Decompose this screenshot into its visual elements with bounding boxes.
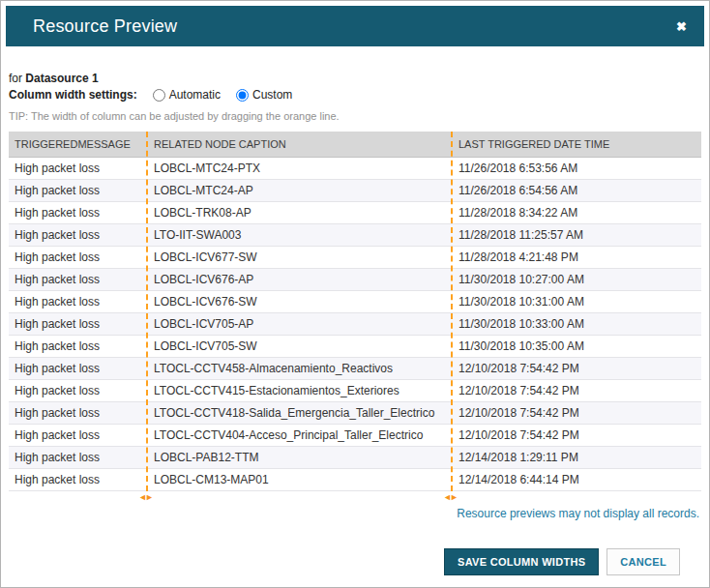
table-cell: LOBCL-CM13-MAP01 [148, 469, 453, 491]
preview-table-wrap: TRIGGEREDMESSAGE RELATED NODE CAPTION LA… [9, 132, 701, 491]
radio-automatic-label: Automatic [169, 88, 221, 102]
column-header-triggeredmessage: TRIGGEREDMESSAGE [9, 132, 148, 158]
column-divider-line[interactable] [146, 132, 148, 491]
table-row: High packet lossLOBCL-PAB12-TTM12/14/201… [9, 447, 701, 469]
modal-body: for Datasource 1 Column width settings: … [1, 72, 709, 520]
table-cell: High packet loss [9, 402, 148, 425]
table-row: High packet lossLTOCL-CCTV404-Acceso_Pri… [9, 425, 701, 447]
cancel-button[interactable]: CANCEL [606, 548, 680, 575]
table-cell: 11/28/2018 8:34:22 AM [453, 202, 701, 224]
table-cell: High packet loss [9, 313, 148, 336]
table-cell: High packet loss [9, 224, 148, 247]
table-cell: High packet loss [9, 336, 148, 358]
table-cell: 11/28/2018 4:21:48 PM [453, 247, 701, 269]
column-divider-line[interactable] [451, 132, 453, 491]
table-cell: 12/10/2018 7:54:42 PM [453, 380, 701, 402]
table-cell: LOBCL-ICV705-AP [148, 313, 453, 336]
tip-text: TIP: The width of column can be adjusted… [9, 110, 701, 122]
table-cell: 12/10/2018 7:54:42 PM [453, 425, 701, 447]
table-cell: High packet loss [9, 447, 148, 469]
table-row: High packet lossLOBCL-ICV676-AP11/30/201… [9, 269, 701, 291]
table-cell: LOBCL-ICV676-AP [148, 269, 453, 291]
datasource-line: for Datasource 1 [9, 72, 701, 85]
preview-table: TRIGGEREDMESSAGE RELATED NODE CAPTION LA… [9, 132, 701, 491]
table-cell: LTOCL-CCTV418-Salida_Emergencia_Taller_E… [148, 402, 453, 425]
records-note: Resource previews may not display all re… [9, 507, 701, 520]
table-row: High packet lossLOBCL-ICV677-SW11/28/201… [9, 247, 701, 269]
table-cell: LTOCL-CCTV458-Almacenamiento_Reactivos [148, 358, 453, 380]
table-row: High packet lossLOBCL-MTC24-PTX11/26/201… [9, 158, 701, 180]
table-row: High packet lossLOBCL-TRK08-AP11/28/2018… [9, 202, 701, 224]
table-row: High packet lossLTOCL-CCTV418-Salida_Eme… [9, 402, 701, 425]
table-cell: LTOCL-CCTV415-Estacionamientos_Exteriore… [148, 380, 453, 402]
table-cell: High packet loss [9, 202, 148, 224]
table-cell: High packet loss [9, 425, 148, 447]
column-width-settings: Column width settings: Automatic Custom [9, 88, 701, 102]
table-row: High packet lossLTO-IIT-SWA00311/28/2018… [9, 224, 701, 247]
table-cell: 11/26/2018 6:53:56 AM [453, 158, 701, 180]
for-label: for [9, 72, 22, 85]
resource-preview-modal: Resource Preview ✖ for Datasource 1 Colu… [0, 0, 710, 588]
table-cell: 12/14/2018 6:44:14 PM [453, 469, 701, 491]
table-row: High packet lossLOBCL-ICV705-SW11/30/201… [9, 336, 701, 358]
table-cell: High packet loss [9, 291, 148, 313]
table-cell: High packet loss [9, 469, 148, 491]
table-cell: LOBCL-ICV677-SW [148, 247, 453, 269]
table-header-row: TRIGGEREDMESSAGE RELATED NODE CAPTION LA… [9, 132, 701, 158]
radio-custom-label: Custom [252, 88, 292, 102]
close-icon[interactable]: ✖ [676, 20, 687, 33]
table-row: High packet lossLOBCL-MTC24-AP11/26/2018… [9, 180, 701, 202]
settings-label: Column width settings: [9, 88, 137, 102]
table-cell: 11/30/2018 10:35:00 AM [453, 336, 701, 358]
table-row: High packet lossLTOCL-CCTV458-Almacenami… [9, 358, 701, 380]
radio-custom[interactable] [236, 89, 249, 102]
radio-option-custom[interactable]: Custom [236, 88, 292, 102]
table-cell: LTOCL-CCTV404-Acceso_Principal_Taller_El… [148, 425, 453, 447]
column-divider-handle-icon[interactable]: ◄► [443, 492, 457, 502]
table-cell: 12/14/2018 1:29:11 PM [453, 447, 701, 469]
table-body: High packet lossLOBCL-MTC24-PTX11/26/201… [9, 158, 701, 491]
table-cell: 11/26/2018 6:54:56 AM [453, 180, 701, 202]
table-cell: LOBCL-ICV676-SW [148, 291, 453, 313]
table-cell: High packet loss [9, 158, 148, 180]
table-cell: 11/30/2018 10:27:00 AM [453, 269, 701, 291]
datasource-name: Datasource 1 [25, 72, 98, 85]
table-cell: 11/30/2018 10:33:00 AM [453, 313, 701, 336]
radio-option-automatic[interactable]: Automatic [153, 88, 221, 102]
table-cell: High packet loss [9, 247, 148, 269]
table-cell: LOBCL-TRK08-AP [148, 202, 453, 224]
table-row: High packet lossLOBCL-ICV705-AP11/30/201… [9, 313, 701, 336]
table-cell: 12/10/2018 7:54:42 PM [453, 402, 701, 425]
table-cell: High packet loss [9, 358, 148, 380]
table-cell: High packet loss [9, 380, 148, 402]
radio-automatic[interactable] [153, 89, 165, 102]
modal-title: Resource Preview [33, 16, 177, 37]
table-cell: 11/28/2018 11:25:57 AM [453, 224, 701, 247]
table-cell: 12/10/2018 7:54:42 PM [453, 358, 701, 380]
table-row: High packet lossLOBCL-CM13-MAP0112/14/20… [9, 469, 701, 491]
table-row: High packet lossLOBCL-ICV676-SW11/30/201… [9, 291, 701, 313]
table-cell: High packet loss [9, 180, 148, 202]
column-header-related-node-caption: RELATED NODE CAPTION [148, 132, 453, 158]
table-row: High packet lossLTOCL-CCTV415-Estacionam… [9, 380, 701, 402]
table-cell: 11/30/2018 10:31:00 AM [453, 291, 701, 313]
table-cell: High packet loss [9, 269, 148, 291]
modal-footer: SAVE COLUMN WIDTHS CANCEL [444, 548, 680, 575]
table-cell: LTO-IIT-SWA003 [148, 224, 453, 247]
table-cell: LOBCL-MTC24-AP [148, 180, 453, 202]
table-cell: LOBCL-MTC24-PTX [148, 158, 453, 180]
modal-header: Resource Preview ✖ [6, 6, 704, 46]
table-cell: LOBCL-ICV705-SW [148, 336, 453, 358]
column-divider-handle-icon[interactable]: ◄► [138, 492, 152, 502]
save-column-widths-button[interactable]: SAVE COLUMN WIDTHS [444, 548, 599, 575]
table-cell: LOBCL-PAB12-TTM [148, 447, 453, 469]
column-header-last-triggered-date-time: LAST TRIGGERED DATE TIME [453, 132, 701, 158]
